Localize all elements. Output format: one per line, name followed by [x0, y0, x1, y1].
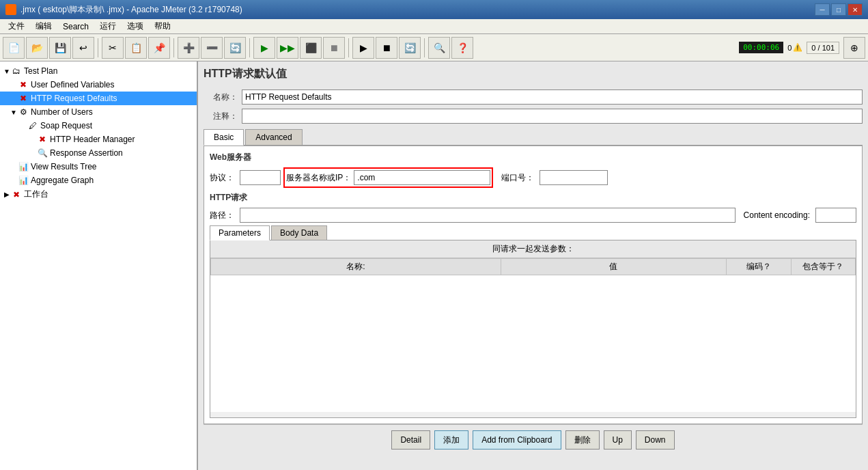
sep1: [98, 38, 98, 57]
toolbar-new[interactable]: 📄: [3, 37, 25, 59]
tree-panel: ▼ 🗂 Test Plan ✖ User Defined Variables ✖…: [0, 61, 198, 470]
delete-button[interactable]: 删除: [565, 430, 600, 450]
toolbar-cut[interactable]: ✂: [102, 37, 124, 59]
col-value-header: 值: [501, 259, 726, 275]
tree-item-view-results[interactable]: 📊 View Results Tree: [0, 160, 197, 174]
expand-icon: ▶: [3, 191, 11, 198]
toolbar-expand[interactable]: ⊕: [843, 37, 865, 59]
params-table: 名称: 值 编码？ 包含等于？: [210, 258, 856, 412]
toolbar-stop[interactable]: ⬛: [300, 37, 322, 59]
tab-basic[interactable]: Basic: [204, 129, 244, 146]
toolbar-stop-now[interactable]: ⏹: [323, 37, 345, 59]
tree-item-aggregate-graph[interactable]: 📊 Aggregate Graph: [0, 174, 197, 187]
tree-item-soap-request[interactable]: 🖊 Soap Request: [0, 119, 197, 133]
path-label: 路径：: [210, 210, 234, 221]
toolbar-open[interactable]: 📂: [26, 37, 48, 59]
comment-label: 注释：: [204, 111, 238, 122]
toolbar-remote-clear[interactable]: 🔄: [399, 37, 421, 59]
tree-item-http-defaults[interactable]: ✖ HTTP Request Defaults: [0, 92, 197, 105]
port-input[interactable]: [540, 170, 608, 185]
empty-table-row: [211, 275, 856, 412]
test-plan-icon: 🗂: [11, 66, 22, 77]
menu-run[interactable]: 运行: [94, 19, 122, 33]
toolbar-search[interactable]: 🔍: [428, 37, 450, 59]
aggregate-graph-icon: 📊: [18, 175, 29, 186]
web-server-row: 协议： 服务器名称或IP： 端口号：: [210, 167, 856, 188]
content-panel: HTTP请求默认值 名称： 注释： Basic Advanced Web服务器 …: [198, 61, 868, 470]
toolbar-run-all[interactable]: ▶▶: [277, 37, 298, 59]
protocol-input[interactable]: [240, 170, 281, 185]
response-assertion-icon: 🔍: [37, 148, 48, 158]
tab-basic-content: Web服务器 协议： 服务器名称或IP： 端口号： HTTP请求 路径： Con…: [204, 146, 863, 424]
comment-input[interactable]: [242, 109, 863, 124]
toolbar: 📄 📂 💾 ↩ ✂ 📋 📌 ➕ ➖ 🔄 ▶ ▶▶ ⬛ ⏹ ▶ ⏹ 🔄 🔍 ❓ 0…: [0, 34, 868, 61]
maximize-button[interactable]: □: [831, 3, 846, 16]
tab-advanced[interactable]: Advanced: [245, 129, 302, 145]
add-from-clipboard-button[interactable]: Add from Clipboard: [473, 430, 561, 450]
error-ratio: 0 / 101: [807, 42, 839, 54]
menu-bar: 文件 编辑 Search 运行 选项 帮助: [0, 19, 868, 34]
tree-item-label: Aggregate Graph: [31, 176, 94, 185]
col-name-header: 名称:: [211, 259, 501, 275]
down-button[interactable]: Down: [636, 430, 675, 450]
toolbar-clear[interactable]: 🔄: [224, 37, 246, 59]
user-vars-icon: ✖: [18, 79, 29, 90]
menu-help[interactable]: 帮助: [149, 19, 176, 33]
toolbar-remote-start[interactable]: ▶: [352, 37, 374, 59]
protocol-label: 协议：: [210, 172, 234, 184]
main-tab-bar: Basic Advanced: [204, 129, 863, 146]
inner-tab-parameters[interactable]: Parameters: [210, 225, 270, 240]
menu-search[interactable]: Search: [57, 20, 94, 33]
toolbar-revert[interactable]: ↩: [72, 37, 94, 59]
close-button[interactable]: ✕: [848, 3, 863, 16]
menu-file[interactable]: 文件: [3, 19, 30, 33]
minimize-button[interactable]: ─: [815, 3, 830, 16]
toolbar-status: 00:00:06 0 ⚠️ 0 / 101 ⊕: [739, 37, 865, 59]
sep2: [173, 38, 174, 57]
inner-tab-parameters-content: 同请求一起发送参数： 名称: 值 编码？ 包含等于？: [210, 240, 856, 418]
menu-options[interactable]: 选项: [122, 19, 149, 33]
tree-item-label: Soap Request: [40, 121, 92, 130]
bottom-buttons: Detail 添加 Add from Clipboard 删除 Up Down: [204, 424, 863, 455]
tree-item-response-assertion[interactable]: 🔍 Response Assertion: [0, 146, 197, 160]
tree-item-user-vars[interactable]: ✖ User Defined Variables: [0, 78, 197, 92]
params-header: 同请求一起发送参数：: [210, 240, 856, 258]
menu-edit[interactable]: 编辑: [30, 19, 57, 33]
port-label: 端口号：: [501, 172, 534, 184]
tree-item-http-header[interactable]: ✖ HTTP Header Manager: [0, 133, 197, 146]
toolbar-copy[interactable]: 📋: [125, 37, 147, 59]
server-highlight-box: 服务器名称或IP：: [283, 167, 493, 188]
tree-item-label: HTTP Request Defaults: [31, 94, 117, 103]
toolbar-run[interactable]: ▶: [253, 37, 275, 59]
tree-item-label: Number of Users: [31, 107, 93, 117]
tree-item-test-plan[interactable]: ▼ 🗂 Test Plan: [0, 64, 197, 78]
tree-item-workbench[interactable]: ▶ ✖ 工作台: [0, 187, 197, 202]
soap-icon: 🖊: [27, 120, 38, 131]
window-title: .jmx ( esktop\脚本录制\ .jmx) - Apache JMete…: [20, 4, 815, 16]
up-button[interactable]: Up: [604, 430, 632, 450]
sep3: [249, 38, 250, 57]
http-request-title: HTTP请求: [210, 192, 856, 204]
server-name-label: 服务器名称或IP：: [286, 172, 351, 184]
expand-icon: ▼: [10, 109, 18, 116]
detail-button[interactable]: Detail: [391, 430, 430, 450]
name-input[interactable]: [242, 89, 863, 105]
encoding-input[interactable]: [815, 208, 856, 223]
toolbar-help[interactable]: ❓: [451, 37, 473, 59]
toolbar-remote-stop[interactable]: ⏹: [376, 37, 397, 59]
tree-item-label: HTTP Header Manager: [50, 135, 135, 144]
encoding-label: Content encoding:: [744, 210, 810, 220]
toolbar-add[interactable]: ➕: [178, 37, 199, 59]
tree-item-num-users[interactable]: ▼ ⚙ Number of Users: [0, 105, 197, 119]
path-input[interactable]: [240, 208, 736, 223]
toolbar-save[interactable]: 💾: [49, 37, 71, 59]
title-bar: .jmx ( esktop\脚本录制\ .jmx) - Apache JMete…: [0, 0, 868, 19]
web-server-title: Web服务器: [210, 152, 856, 163]
expand-icon: ▼: [3, 68, 11, 75]
server-name-input[interactable]: [354, 170, 490, 185]
add-button[interactable]: 添加: [434, 430, 468, 450]
http-header-icon: ✖: [37, 134, 48, 145]
toolbar-paste[interactable]: 📌: [148, 37, 170, 59]
toolbar-remove[interactable]: ➖: [201, 37, 223, 59]
inner-tab-body-data[interactable]: Body Data: [271, 225, 327, 240]
